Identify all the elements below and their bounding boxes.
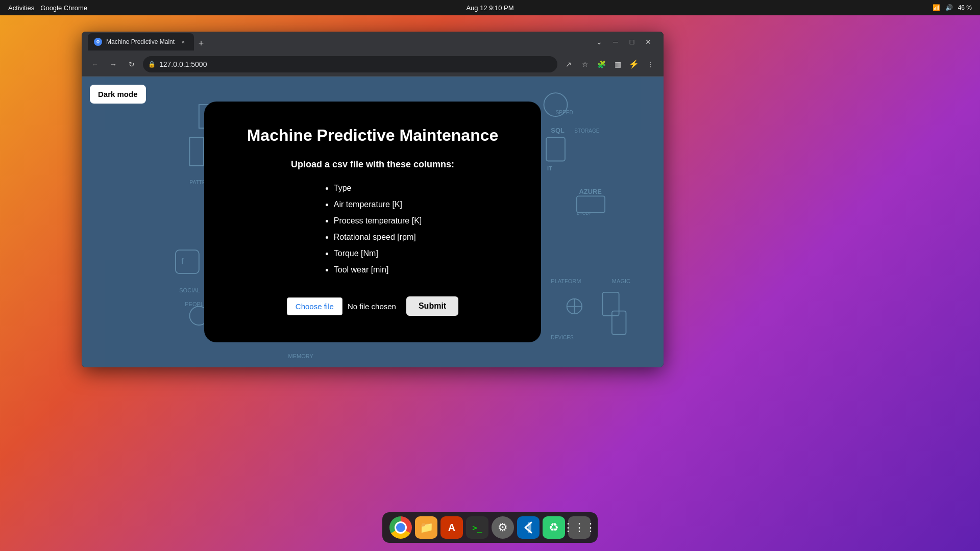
dark-mode-button[interactable]: Dark mode [90, 85, 146, 104]
list-item: Process temperature [K] [334, 213, 422, 229]
settings-icon: ⚙ [492, 516, 514, 539]
list-item: Air temperature [K] [334, 196, 422, 213]
dock-recycle[interactable]: ♻ [543, 516, 565, 539]
network-icon: 📶 [933, 4, 940, 11]
svg-text:MAGIC: MAGIC [612, 278, 630, 284]
choose-file-button[interactable]: Choose file [287, 297, 342, 315]
dock-arronax[interactable]: A [440, 516, 463, 539]
vscode-icon [517, 516, 540, 539]
share-button[interactable]: ↗ [561, 57, 576, 71]
reload-button[interactable]: ↻ [125, 57, 139, 71]
card-title: Machine Predictive Maintenance [235, 126, 510, 145]
tab-favicon: ⚙ [94, 38, 102, 46]
close-button[interactable]: ✕ [641, 35, 655, 49]
card-subtitle: Upload a csv file with these columns: [235, 159, 510, 170]
svg-text:PLATFORM: PLATFORM [551, 278, 581, 284]
menu-button[interactable]: ⋮ [643, 57, 657, 71]
svg-text:SQL: SQL [551, 127, 565, 134]
terminal-icon: >_ [466, 516, 488, 539]
activities-label[interactable]: Activities [8, 4, 34, 12]
back-button[interactable]: ← [88, 57, 102, 71]
dock-files[interactable]: 📁 [415, 516, 437, 539]
minimize-button[interactable]: ─ [608, 35, 623, 49]
file-input-label: Choose file No file chosen [287, 297, 396, 315]
profile-button[interactable]: ⚡ [627, 57, 641, 71]
browser-window: ⚙ Machine Predictive Maint × + ⌄ ─ □ ✕ ←… [82, 32, 664, 367]
submit-button[interactable]: Submit [406, 296, 458, 316]
tab-search-button[interactable]: ⌄ [592, 35, 606, 49]
svg-text:BYOD?: BYOD? [577, 211, 591, 216]
forward-button[interactable]: → [106, 57, 120, 71]
chrome-icon [389, 516, 412, 539]
card-actions: Choose file No file chosen Submit [235, 296, 510, 316]
extensions-button[interactable]: 🧩 [594, 57, 608, 71]
new-tab-button[interactable]: + [194, 36, 208, 51]
svg-text:MEMORY: MEMORY [288, 353, 314, 359]
no-file-text: No file chosen [348, 302, 396, 311]
arronax-icon: A [440, 516, 463, 539]
volume-icon: 🔊 [945, 4, 953, 11]
tab-strip: ⚙ Machine Predictive Maint × + [88, 33, 590, 51]
browser-omnibar: ← → ↻ 🔒 ↗ ☆ 🧩 ▥ ⚡ ⋮ [82, 52, 664, 77]
sidebar-button[interactable]: ▥ [610, 57, 625, 71]
main-card: Machine Predictive Maintenance Upload a … [204, 102, 541, 342]
files-icon: 📁 [415, 516, 437, 539]
address-bar[interactable] [143, 56, 557, 72]
battery-label: 46 % [958, 4, 972, 11]
columns-list: Type Air temperature [K] Process tempera… [324, 180, 422, 278]
page-background: INSIGHTS PATTERNS f 🐦 SOCIAL PEOPLE SQL … [82, 77, 664, 367]
maximize-button[interactable]: □ [625, 35, 639, 49]
list-item: Tool wear [min] [334, 262, 422, 278]
active-tab[interactable]: ⚙ Machine Predictive Maint × [88, 33, 194, 51]
svg-text:DEVICES: DEVICES [551, 335, 574, 340]
svg-text:SOCIAL: SOCIAL [179, 287, 200, 293]
omnibox-wrap: 🔒 [143, 56, 557, 72]
svg-text:STORAGE: STORAGE [574, 128, 600, 134]
secure-icon: 🔒 [148, 61, 156, 68]
svg-text:f: f [181, 257, 184, 266]
app-name-label: Google Chrome [40, 4, 87, 12]
tab-close-button[interactable]: × [179, 37, 188, 46]
list-item: Rotational speed [rpm] [334, 229, 422, 245]
bookmark-button[interactable]: ☆ [578, 57, 592, 71]
dock-chrome[interactable] [389, 516, 412, 539]
list-item: Type [334, 180, 422, 196]
browser-titlebar: ⚙ Machine Predictive Maint × + ⌄ ─ □ ✕ [82, 32, 664, 52]
recycle-icon: ♻ [543, 516, 565, 539]
tab-title: Machine Predictive Maint [106, 38, 175, 45]
browser-content: INSIGHTS PATTERNS f 🐦 SOCIAL PEOPLE SQL … [82, 77, 664, 367]
app-grid-icon: ⋮⋮⋮ [568, 516, 591, 539]
dock-app-grid[interactable]: ⋮⋮⋮ [568, 516, 591, 539]
dock-settings[interactable]: ⚙ [492, 516, 514, 539]
list-item: Torque [Nm] [334, 245, 422, 262]
svg-text:AZURE: AZURE [579, 188, 602, 195]
svg-text:IT: IT [547, 165, 552, 171]
taskbar: 📁 A >_ ⚙ ♻ ⋮⋮⋮ [382, 512, 598, 543]
system-bar: Activities Google Chrome Aug 12 9:10 PM … [0, 0, 980, 15]
datetime-label: Aug 12 9:10 PM [466, 4, 513, 12]
dock-vscode[interactable] [517, 516, 540, 539]
dock-terminal[interactable]: >_ [466, 516, 488, 539]
